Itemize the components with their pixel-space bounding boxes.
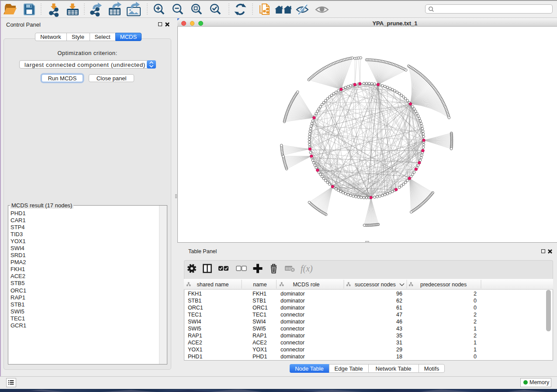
svg-text:STB1: STB1 (253, 298, 266, 304)
svg-text:29: 29 (396, 347, 402, 353)
svg-text:2: 2 (474, 312, 477, 318)
svg-text:46: 46 (396, 319, 402, 325)
svg-text:1: 1 (474, 347, 477, 353)
svg-text:PHD1: PHD1 (253, 354, 267, 360)
svg-text:ACE2: ACE2 (253, 340, 267, 346)
svg-text:successor nodes: successor nodes (355, 282, 396, 288)
svg-text:0: 0 (474, 305, 477, 311)
svg-text:RAP1: RAP1 (253, 333, 267, 339)
svg-text:shared name: shared name (197, 282, 229, 288)
svg-text:TEC1: TEC1 (253, 312, 266, 318)
svg-text:SWI4: SWI4 (188, 319, 201, 325)
svg-text:0: 0 (474, 354, 477, 360)
svg-text:35: 35 (396, 333, 402, 339)
svg-text:name: name (253, 282, 266, 288)
svg-text:PHD1: PHD1 (188, 354, 202, 360)
svg-text:TEC1: TEC1 (188, 312, 202, 318)
svg-text:47: 47 (396, 312, 402, 318)
svg-text:61: 61 (396, 305, 402, 311)
svg-text:0: 0 (474, 298, 477, 304)
svg-text:ORC1: ORC1 (253, 305, 268, 311)
svg-text:ACE2: ACE2 (188, 340, 202, 346)
svg-text:YOX1: YOX1 (253, 347, 267, 353)
svg-text:43: 43 (396, 326, 402, 332)
svg-text:connector: connector (280, 326, 304, 332)
svg-text:2: 2 (474, 319, 477, 325)
svg-text:predecessor nodes: predecessor nodes (420, 282, 467, 288)
svg-text:STB1: STB1 (188, 298, 201, 304)
svg-text:62: 62 (396, 298, 402, 304)
svg-text:31: 31 (396, 340, 402, 346)
svg-text:dominator: dominator (280, 298, 305, 304)
svg-text:SWI5: SWI5 (253, 326, 266, 332)
svg-text:RAP1: RAP1 (188, 333, 202, 339)
svg-text:connector: connector (280, 347, 304, 353)
svg-text:FKH1: FKH1 (188, 291, 202, 297)
svg-text:MCDS role: MCDS role (293, 282, 319, 288)
svg-text:SWI4: SWI4 (253, 319, 266, 325)
svg-text:2: 2 (474, 291, 477, 297)
svg-text:1: 1 (474, 340, 477, 346)
svg-text:dominator: dominator (280, 319, 305, 325)
svg-text:SWI5: SWI5 (188, 326, 201, 332)
svg-text:f(x): f(x) (301, 264, 313, 274)
svg-text:FKH1: FKH1 (253, 291, 266, 297)
svg-text:connector: connector (280, 312, 304, 318)
svg-text:dominator: dominator (280, 291, 305, 297)
svg-text:dominator: dominator (280, 354, 305, 360)
svg-text:YOX1: YOX1 (188, 347, 202, 353)
svg-text:ORC1: ORC1 (188, 305, 203, 311)
svg-text:2: 2 (474, 333, 477, 339)
svg-text:dominator: dominator (280, 305, 305, 311)
svg-text:18: 18 (396, 354, 402, 360)
svg-text:1: 1 (474, 326, 477, 332)
svg-text:dominator: dominator (280, 333, 305, 339)
svg-text:96: 96 (396, 291, 402, 297)
svg-text:connector: connector (280, 340, 304, 346)
